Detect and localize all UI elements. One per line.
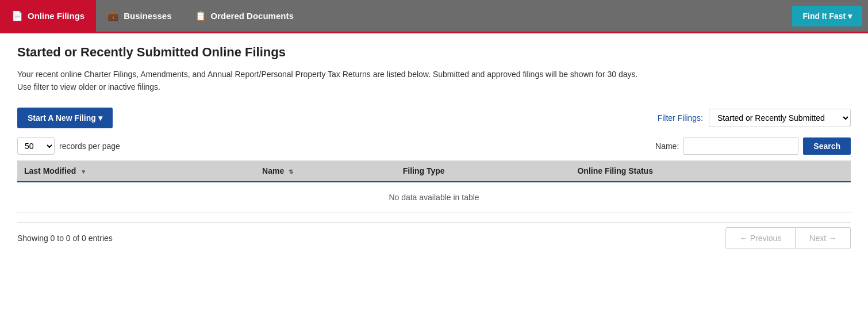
top-navigation: 📄 Online Filings 💼 Businesses 📋 Ordered … [0, 0, 868, 33]
col-last-modified-label: Last Modified [24, 166, 76, 175]
records-per-page-select[interactable]: 10 25 50 100 [17, 137, 55, 155]
start-filing-label: Start A New Filing ▾ [28, 113, 102, 123]
col-online-filing-status-label: Online Filing Status [577, 166, 652, 175]
page-description: Your recent online Charter Filings, Amen… [17, 68, 650, 94]
tab-businesses[interactable]: 💼 Businesses [96, 0, 183, 32]
previous-label: ← Previous [740, 234, 781, 243]
table-header-row: Last Modified ▼ Name ⇅ Filing Type Onlin… [17, 160, 851, 182]
col-online-filing-status: Online Filing Status [570, 160, 851, 182]
tab-ordered-documents-label: Ordered Documents [211, 11, 294, 21]
find-it-fast-button[interactable]: Find It Fast ▾ [792, 6, 862, 26]
col-filing-type-label: Filing Type [403, 166, 445, 175]
col-name-label: Name [262, 166, 284, 175]
pagination: ← Previous Next → [725, 227, 851, 249]
ordered-documents-icon: 📋 [195, 10, 206, 21]
last-modified-sort-icon: ▼ [80, 169, 86, 175]
records-row: 10 25 50 100 records per page Name: Sear… [17, 137, 851, 155]
table-empty-message: No data available in table [17, 182, 851, 213]
tab-ordered-documents[interactable]: 📋 Ordered Documents [183, 0, 305, 32]
next-label: Next → [809, 234, 836, 243]
next-button[interactable]: Next → [796, 227, 851, 249]
businesses-icon: 💼 [107, 10, 119, 21]
find-it-fast-label: Find It Fast ▾ [802, 12, 852, 21]
records-left: 10 25 50 100 records per page [17, 137, 120, 155]
name-search-input[interactable] [683, 137, 798, 155]
tab-businesses-label: Businesses [124, 11, 171, 21]
showing-text: Showing 0 to 0 of 0 entries [17, 234, 113, 243]
start-new-filing-button[interactable]: Start A New Filing ▾ [17, 108, 113, 128]
previous-button[interactable]: ← Previous [725, 227, 796, 249]
search-label: Search [813, 142, 840, 151]
tab-online-filings-label: Online Filings [28, 11, 85, 21]
name-label: Name: [655, 142, 679, 151]
online-filings-icon: 📄 [11, 10, 23, 21]
filter-label: Filter Filings: [658, 113, 703, 123]
filter-select[interactable]: Started or Recently Submitted All Filing… [709, 109, 851, 127]
table-empty-row: No data available in table [17, 182, 851, 213]
filings-table: Last Modified ▼ Name ⇅ Filing Type Onlin… [17, 160, 851, 213]
main-content: Started or Recently Submitted Online Fil… [0, 33, 868, 261]
footer-row: Showing 0 to 0 of 0 entries ← Previous N… [17, 222, 851, 249]
col-filing-type: Filing Type [396, 160, 571, 182]
col-name[interactable]: Name ⇅ [255, 160, 396, 182]
col-last-modified[interactable]: Last Modified ▼ [17, 160, 255, 182]
tab-online-filings[interactable]: 📄 Online Filings [0, 0, 96, 32]
records-per-page-label: records per page [59, 142, 120, 151]
page-title: Started or Recently Submitted Online Fil… [17, 45, 851, 60]
controls-row: Start A New Filing ▾ Filter Filings: Sta… [17, 108, 851, 128]
filter-row: Filter Filings: Started or Recently Subm… [658, 109, 851, 127]
search-right: Name: Search [655, 137, 851, 155]
search-button[interactable]: Search [803, 137, 851, 155]
name-sort-icon: ⇅ [289, 169, 293, 175]
